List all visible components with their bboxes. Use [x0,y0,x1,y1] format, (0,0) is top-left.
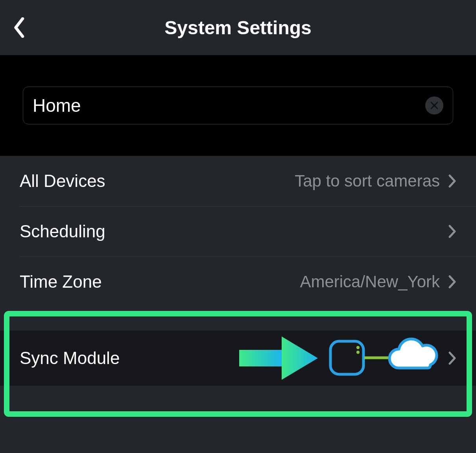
sync-module-status-icon [328,337,438,380]
sync-module-section: Sync Module [0,331,476,386]
svg-point-5 [356,346,360,349]
row-scheduling[interactable]: Scheduling [0,206,476,257]
row-sync-module[interactable]: Sync Module [0,331,476,386]
row-all-devices[interactable]: All Devices Tap to sort cameras [0,156,476,206]
row-label: Time Zone [20,272,102,292]
arrow-right-icon [239,337,318,380]
settings-list: All Devices Tap to sort cameras Scheduli… [0,156,476,307]
svg-marker-3 [282,337,318,380]
row-value: America/New_York [300,272,440,291]
row-label: Sync Module [20,348,120,368]
back-button[interactable] [11,16,28,39]
row-time-zone[interactable]: Time Zone America/New_York [0,257,476,307]
row-label: Scheduling [20,222,105,241]
close-icon [430,101,439,110]
row-value: Tap to sort cameras [295,172,440,190]
row-right [440,225,456,238]
chevron-right-icon [448,174,456,188]
system-name-input[interactable] [33,95,425,116]
row-right: America/New_York [300,272,456,291]
header-bar: System Settings [0,0,476,55]
clear-name-button[interactable] [425,96,443,115]
sync-right [239,337,456,380]
system-name-section [0,55,476,156]
row-right: Tap to sort cameras [295,172,456,190]
svg-rect-2 [239,350,282,366]
row-label: All Devices [20,171,105,191]
system-name-field-wrap [23,87,453,124]
chevron-right-icon [448,225,456,238]
chevron-right-icon [448,351,456,365]
chevron-right-icon [448,275,456,288]
bottom-padding [0,386,476,453]
section-gap [0,307,476,331]
page-title: System Settings [0,17,476,39]
svg-point-6 [356,351,360,354]
chevron-left-icon [14,17,26,38]
